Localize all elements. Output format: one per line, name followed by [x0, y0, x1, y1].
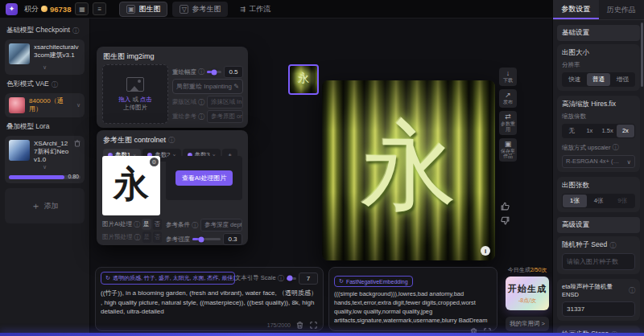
grid-icon: ▦ [79, 6, 85, 13]
download-icon: ↓ [506, 70, 510, 77]
scale-15x[interactable]: 1.5x [599, 125, 617, 137]
scale-none[interactable]: 无 [563, 125, 580, 137]
ref-condition-label: 参考条件ⓘ [166, 221, 198, 230]
info-icon: ⓘ [52, 80, 58, 89]
controlnet-source-image[interactable]: 永 ⚙ [102, 156, 160, 215]
tab-img2img[interactable]: ▣ 图生图 [119, 2, 167, 17]
ref-strength-value[interactable]: 0.3 [223, 233, 242, 245]
cfg-scale-value[interactable]: 7 [299, 272, 318, 285]
save-icon: ▣ [505, 141, 512, 148]
model-sidebar: 基础模型 Checkpointⓘ xsarchitecturalv3com建筑v… [0, 18, 90, 334]
lora-name: XSArchi_127新科幻Neov1.0 [34, 140, 70, 164]
ensd-label: eta噪声种子随机量 ENSDⓘ [562, 283, 635, 298]
redraw-ref-label: 重绘参考ⓘ [172, 113, 204, 121]
credits[interactable]: 积分 96738 [24, 4, 71, 14]
checkpoint-section-title: 基础模型 Checkpointⓘ [6, 26, 85, 35]
seed-card: 随机种子 Seedⓘ 请输入图片种子数 [557, 236, 640, 274]
img2img-panel-title: 图生图 img2img [97, 47, 248, 65]
menu-button[interactable]: ≡ [93, 2, 106, 15]
tab-parameters[interactable]: 参数设置 [553, 0, 599, 19]
vae-card[interactable]: 840000（通用） ∨ [5, 93, 85, 117]
lora-weight-slider[interactable]: 0.80 [9, 175, 80, 179]
positive-char-counter: 175/2000 [267, 322, 291, 328]
tab-controlnet-label: 参考生图 [192, 4, 221, 14]
checkpoint-card[interactable]: xsarchitecturalv3com建筑v3.1 ∨ [5, 39, 85, 75]
refresh-icon: ↻ [339, 278, 344, 285]
advanced-settings-header: 高级设置 [557, 217, 640, 233]
image-info-icon[interactable]: i [481, 246, 490, 256]
scale-1x[interactable]: 1x [580, 125, 598, 137]
expand-icon[interactable] [309, 321, 318, 330]
my-words-button[interactable]: 我的常用词 > [506, 317, 549, 331]
res-enhanced[interactable]: 增强 [610, 73, 634, 86]
preprocess-yes-button[interactable]: 是 [142, 232, 151, 243]
ensd-input[interactable]: 31337 [562, 301, 635, 317]
tab-workflow[interactable]: ⇶ 工作流 [233, 2, 278, 17]
inpainting-button[interactable]: 局部重绘 Inpainting ✎ [172, 79, 243, 94]
img2img-upload-dropzone[interactable]: 拖入 或 点击 上传图片 [102, 64, 168, 124]
grid-view-button[interactable]: ▦ [75, 2, 89, 15]
redraw-ref-dropdown[interactable]: 参考原图 or∨ [207, 110, 243, 123]
view-ai-image-button[interactable]: 查看AI处理图片 [175, 170, 233, 186]
count-4[interactable]: 4张 [587, 195, 611, 207]
positive-prompt-input[interactable]: ((竹子)), in a blooming garden, (fresh and… [101, 289, 318, 319]
cfg-scale-slider[interactable] [287, 277, 296, 280]
ensd-card: eta噪声种子随机量 ENSDⓘ 31337 [557, 279, 640, 321]
chevron-down-icon[interactable]: ∨ [9, 164, 80, 170]
tab-history[interactable]: 历史作品 [599, 0, 644, 19]
negative-prompt-box: ↻ FastNegativeEmbedding (((simple backgr… [328, 267, 497, 331]
denoise-row: 重绘幅度ⓘ 0.5 [172, 66, 243, 78]
lora-card[interactable]: XSArchi_127新科幻Neov1.0 ∨ 0.80 [5, 136, 85, 183]
credits-value: 96738 [50, 5, 71, 14]
info-icon: ⓘ [72, 27, 79, 35]
gear-icon[interactable]: ⚙ [150, 158, 159, 166]
checkpoint-thumbnail [9, 43, 30, 64]
save-to-works-button[interactable]: ▣ 保存至作品 [499, 138, 517, 162]
tab-controlnet[interactable]: ▽ 参考生图 [172, 2, 228, 17]
count-1[interactable]: 1张 [563, 195, 587, 207]
preprocess-no-button[interactable]: 否 [153, 232, 162, 243]
app-logo[interactable]: ✦ [6, 3, 18, 15]
sidebar-scrollbar[interactable] [641, 23, 643, 87]
ai-process-yes-button[interactable]: 是 [142, 219, 151, 230]
batch-count-title: 出图张数 [562, 181, 635, 191]
thumb-up-icon[interactable] [500, 201, 510, 211]
menu-icon: ≡ [98, 6, 102, 13]
daily-quota: 今日生成2/50次 [506, 266, 549, 274]
publish-button[interactable]: ↗ 发布 [499, 89, 517, 108]
trash-icon[interactable] [295, 321, 304, 330]
ref-condition-dropdown[interactable]: 参考深度 dept∨ [200, 219, 242, 232]
add-lora-label: 添加 [44, 201, 59, 211]
negative-prompt-input[interactable]: (((simple background))),lowres,bad anato… [334, 290, 492, 327]
denoise-slider[interactable] [207, 71, 221, 73]
positive-translate-chip[interactable]: ↻ 透明的质感, 竹子, 盛开, 太阳光, 水面, 杰作, 最佳质量 [101, 272, 235, 285]
vae-value: 840000（通用） [29, 97, 72, 113]
feedback-buttons [500, 201, 510, 226]
ref-strength-slider[interactable] [192, 238, 221, 240]
negative-embedding-chip[interactable]: ↻ FastNegativeEmbedding [334, 276, 413, 287]
generate-button[interactable]: 开始生成 -8点/次 [506, 277, 549, 310]
generated-image[interactable]: 永 i [322, 80, 495, 260]
seed-input[interactable]: 请输入图片种子数 [562, 253, 635, 270]
preprocess-row: 图片预处理ⓘ 是 否 [102, 232, 162, 243]
chevron-down-icon[interactable]: ∨ [76, 102, 80, 109]
download-button[interactable]: ↓ 下载 [499, 68, 517, 86]
controlnet-panel-title: 参考生图 controlnetⓘ [97, 130, 248, 149]
scale-2x[interactable]: 2x [617, 125, 634, 137]
upscaler-dropdown[interactable]: R-ESRGAN 4x+ (适合多种风…∨ [562, 155, 635, 168]
mask-dropdown[interactable]: 涂抹区域 In∨ [207, 96, 243, 109]
result-thumbnail[interactable]: 永 [288, 64, 319, 95]
res-fast[interactable]: 快速 [563, 73, 587, 86]
res-normal[interactable]: 普通 [587, 73, 611, 86]
add-lora-button[interactable]: ＋ 添加 [5, 188, 85, 223]
thumb-down-icon[interactable] [500, 215, 510, 226]
chevron-down-icon[interactable]: ∨ [9, 64, 80, 71]
ai-process-no-button[interactable]: 否 [153, 219, 162, 230]
tab-workflow-label: 工作流 [249, 4, 270, 14]
delete-icon[interactable] [74, 140, 80, 149]
denoise-value[interactable]: 0.5 [224, 66, 243, 78]
preprocess-label: 图片预处理ⓘ [102, 233, 141, 242]
reuse-params-button[interactable]: ⇄ 参数重用 [499, 111, 517, 135]
controlnet-glyph: 永 [114, 161, 149, 208]
hires-title: 高清缩放 Hires.fix [562, 100, 635, 109]
